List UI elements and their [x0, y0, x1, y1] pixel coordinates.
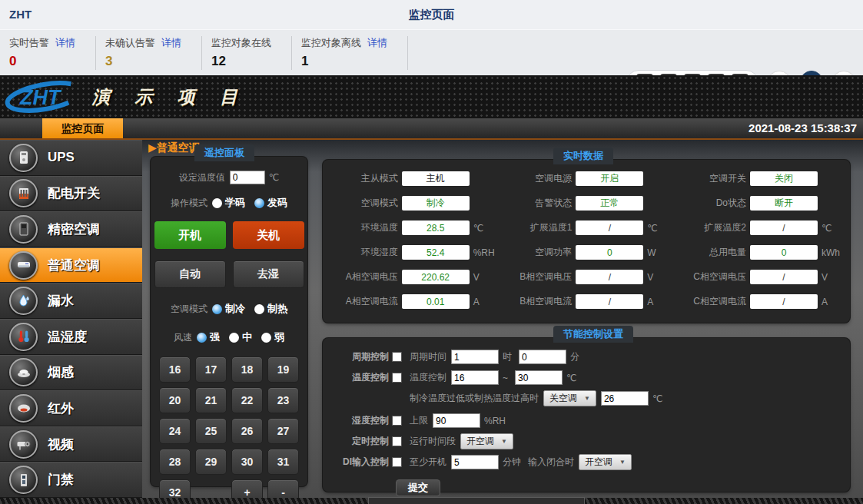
radio-option[interactable]: 制热 — [254, 302, 287, 316]
project-title: 演 示 项 目 — [92, 85, 247, 109]
ac-mode-radio-group: 制冷 制热 — [212, 302, 287, 316]
remote-panel-tab: 遥控面板 — [194, 144, 254, 161]
radio-option-label: 发码 — [267, 196, 287, 210]
temp-preset-button[interactable]: 21 — [195, 387, 227, 413]
sidebar-item-water-leak[interactable]: 漏水 — [0, 283, 142, 319]
temp-overflow-input[interactable] — [601, 391, 649, 406]
cycle-minutes-input[interactable] — [519, 350, 566, 364]
temp-preset-button[interactable]: 29 — [195, 449, 227, 475]
sidebar-item-common-ac[interactable]: 普通空调 — [0, 247, 142, 284]
top-bar: ZHT 监控页面 — [0, 0, 863, 29]
temp-preset-button[interactable]: 26 — [231, 418, 263, 444]
temp-preset-button[interactable]: 18 — [231, 356, 263, 383]
radio-icon — [229, 333, 239, 343]
temp-overflow-select[interactable]: 关空调 ▼ — [543, 390, 596, 406]
di-closed-select[interactable]: 开空调 ▼ — [579, 454, 632, 470]
realtime-field-value: 主机 — [402, 171, 470, 186]
realtime-field-unit: V — [643, 272, 671, 283]
smoke-detector-icon — [9, 358, 38, 386]
radio-option-label: 学码 — [225, 196, 245, 210]
realtime-field-label: 主从模式 — [323, 172, 402, 185]
sidebar-item-ups[interactable]: UPS — [0, 140, 142, 176]
sidebar-item-video[interactable]: 视频 — [0, 426, 142, 463]
realtime-field-unit: ℃ — [470, 223, 497, 234]
infrared-sensor-icon — [9, 394, 38, 423]
access-control-icon — [9, 466, 38, 494]
realtime-field-label: 环境温度 — [323, 221, 402, 234]
set-temp-row: 设定温度值 ℃ — [151, 171, 307, 184]
radio-option[interactable]: 中 — [229, 330, 252, 344]
realtime-field: 环境湿度 52.4 %RH — [323, 245, 497, 260]
power-off-button[interactable]: 关机 — [233, 221, 304, 249]
realtime-alarm-detail-link[interactable]: 详情 — [55, 36, 75, 50]
temp-preset-button[interactable]: 30 — [231, 449, 263, 475]
temp-max-input[interactable] — [515, 370, 563, 385]
temp-preset-button[interactable]: 23 — [267, 387, 299, 413]
radio-icon — [254, 198, 264, 208]
timer-control-checkbox[interactable] — [392, 436, 402, 446]
temp-preset-button[interactable]: 24 — [159, 418, 191, 444]
realtime-field: B相空调电压 / V — [497, 270, 672, 284]
realtime-field: C相空调电压 / V — [671, 270, 845, 284]
radio-option[interactable]: 学码 — [212, 196, 245, 210]
realtime-field-label: B相空调电流 — [497, 295, 576, 308]
stat-label: 未确认告警 — [105, 36, 155, 50]
temp-min-input[interactable] — [451, 370, 499, 385]
cycle-control-checkbox[interactable] — [392, 352, 402, 362]
tab-monitor-page[interactable]: 监控页面 — [42, 118, 123, 138]
cycle-hours-input[interactable] — [451, 350, 499, 364]
zht-logo: ZHT — [3, 78, 89, 115]
realtime-field-label: 空调开关 — [671, 172, 750, 185]
temp-preset-button[interactable]: 28 — [159, 449, 191, 475]
fan-speed-label: 风速 — [174, 331, 192, 344]
chevron-down-icon: ▼ — [619, 459, 626, 466]
temp-preset-button[interactable]: 20 — [159, 387, 191, 413]
sidebar-item-precision-ac[interactable]: 精密空调 — [0, 211, 142, 247]
submit-button[interactable]: 提交 — [396, 479, 440, 496]
temp-preset-button[interactable]: 17 — [195, 356, 227, 383]
sidebar-item-temp-humidity[interactable]: 温湿度 — [0, 319, 142, 355]
realtime-field-label: 总用电量 — [671, 246, 750, 259]
realtime-field-label: 告警状态 — [497, 197, 576, 210]
unconfirmed-alarm-detail-link[interactable]: 详情 — [161, 36, 181, 50]
radio-option[interactable]: 强 — [197, 330, 220, 344]
sidebar-item-door-access[interactable]: 门禁 — [0, 462, 142, 498]
sidebar-item-infrared[interactable]: 红外 — [0, 390, 142, 426]
humidity-limit-input[interactable] — [433, 413, 480, 428]
di-min-on-input[interactable] — [451, 455, 499, 469]
temp-preset-button[interactable]: 19 — [267, 356, 299, 383]
stat-realtime-alarm: 实时告警 详情 0 — [0, 36, 96, 70]
set-temp-unit: ℃ — [269, 172, 279, 183]
radio-option[interactable]: 弱 — [261, 330, 284, 344]
remote-control-panel: 遥控面板 设定温度值 ℃ 操作模式 学码 — [151, 157, 307, 486]
set-temp-input[interactable] — [230, 171, 265, 184]
sidebar-item-distribution-switch[interactable]: 配电开关 — [0, 176, 142, 212]
auto-button[interactable]: 自动 — [154, 260, 226, 288]
realtime-field: A相空调电流 0.01 A — [323, 294, 497, 309]
realtime-field-grid: 主从模式 主机 空调电源 开启 空调开关 关闭 — [323, 160, 850, 309]
temp-preset-button[interactable]: 25 — [195, 418, 227, 444]
temp-preset-button[interactable]: 31 — [267, 449, 299, 475]
set-temp-label: 设定温度值 — [179, 171, 225, 184]
temp-preset-button[interactable]: 16 — [159, 356, 191, 383]
radio-option[interactable]: 制冷 — [212, 302, 245, 316]
timer-period-select[interactable]: 开空调 ▼ — [460, 433, 513, 449]
temp-preset-button[interactable]: 22 — [231, 387, 263, 413]
radio-option-label: 弱 — [274, 330, 284, 344]
realtime-field: 空调功率 0 W — [497, 245, 672, 260]
dehumidify-button[interactable]: 去湿 — [233, 260, 304, 288]
realtime-field-label: 环境湿度 — [323, 246, 402, 259]
humidity-control-checkbox[interactable] — [392, 416, 402, 426]
ac-mode-label: 空调模式 — [171, 303, 207, 316]
di-control-checkbox[interactable] — [392, 457, 402, 467]
sidebar-item-smoke[interactable]: 烟感 — [0, 355, 142, 391]
power-on-button[interactable]: 开机 — [154, 221, 226, 249]
objects-offline-detail-link[interactable]: 详情 — [367, 36, 387, 50]
radio-option[interactable]: 发码 — [254, 196, 287, 210]
realtime-field-label: Do状态 — [671, 197, 750, 210]
realtime-field: B相空调电流 / A — [497, 294, 672, 309]
temp-control-checkbox[interactable] — [392, 373, 402, 383]
energy-panel-tab: 节能控制设置 — [553, 326, 633, 343]
temp-preset-button[interactable]: 27 — [267, 418, 299, 444]
realtime-field-value: 正常 — [576, 196, 643, 211]
